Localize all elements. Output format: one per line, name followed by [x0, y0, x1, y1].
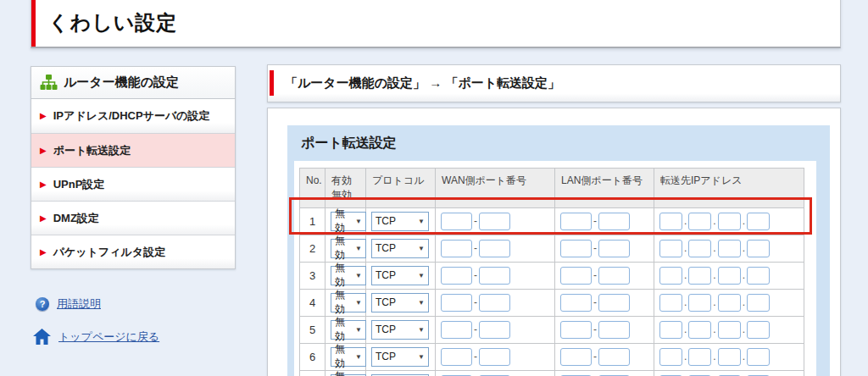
protocol-select[interactable]: TCP▼: [371, 266, 429, 285]
glossary-link[interactable]: ? 用語説明: [36, 296, 101, 312]
ip-octet-3-input[interactable]: [718, 348, 741, 366]
lan-port-end-input[interactable]: [598, 240, 630, 257]
ip-octet-1-input[interactable]: [659, 213, 682, 230]
ip-octet-3-input[interactable]: [718, 240, 741, 257]
ip-octet-3-input[interactable]: [718, 321, 741, 339]
lan-port-end-input[interactable]: [598, 321, 630, 339]
ip-octet-1-input[interactable]: [659, 348, 682, 366]
lan-port-start-input[interactable]: [560, 294, 592, 312]
sidebar-item-3[interactable]: ▶ DMZ設定: [31, 201, 235, 235]
ip-octet-2-input[interactable]: [688, 240, 711, 257]
enable-select[interactable]: 無効▼: [331, 212, 366, 231]
enable-select[interactable]: 無効▼: [331, 266, 366, 285]
ip-octet-3-input[interactable]: [718, 213, 741, 230]
table-row: 3 無効▼ TCP▼ - - ...: [300, 262, 804, 289]
enable-select[interactable]: 無効▼: [331, 320, 366, 340]
wan-port-end-input[interactable]: [479, 321, 510, 339]
ip-octet-4-input[interactable]: [747, 348, 770, 366]
main-content: ポート転送設定 No. 有効 無効 プロトコル WAN側ポート番号 LAN側ポー…: [267, 108, 841, 376]
ip-octet-4-input[interactable]: [747, 213, 770, 230]
lan-port-end-input[interactable]: [598, 213, 630, 230]
wan-port-start-input[interactable]: [441, 267, 472, 285]
table-header-row: No. 有効 無効 プロトコル WAN側ポート番号 LAN側ポート番号 転送先I…: [300, 169, 804, 208]
table-row: 1 無効▼ TCP▼ - - ...: [300, 207, 804, 235]
enable-select[interactable]: 無効▼: [331, 293, 366, 312]
lan-port-end-input[interactable]: [598, 348, 630, 366]
protocol-select[interactable]: TCP▼: [371, 212, 429, 231]
ip-octet-4-input[interactable]: [747, 267, 770, 285]
ip-octet-4-input[interactable]: [747, 294, 770, 312]
ip-octet-1-input[interactable]: [659, 267, 682, 285]
wan-port-start-input[interactable]: [441, 213, 472, 230]
lan-port-start-input[interactable]: [560, 321, 592, 339]
wan-port-start-input[interactable]: [441, 321, 472, 339]
row-number: 7: [300, 370, 326, 376]
header-enable: 有効 無効: [326, 169, 366, 208]
ip-octet-2-input[interactable]: [688, 213, 711, 230]
header-no: No.: [300, 169, 326, 208]
wan-port-end-input[interactable]: [479, 213, 510, 230]
ip-octet-2-input[interactable]: [688, 348, 711, 366]
chevron-down-icon: ▼: [352, 299, 362, 307]
sitemap-icon: [40, 75, 58, 91]
wan-port-end-input[interactable]: [479, 267, 510, 285]
back-to-top-link[interactable]: トップページに戻る: [33, 329, 159, 345]
header-lan-port: LAN側ポート番号: [555, 169, 654, 208]
table-row: 5 無効▼ TCP▼ - - ...: [300, 316, 804, 343]
sidebar-item-4[interactable]: ▶ パケットフィルタ設定: [31, 235, 235, 268]
ip-octet-3-input[interactable]: [718, 267, 741, 285]
chevron-down-icon: ▼: [352, 245, 362, 252]
wan-port-start-input[interactable]: [441, 240, 472, 257]
ip-octet-1-input[interactable]: [659, 294, 682, 312]
page-title: くわしい設定: [36, 8, 177, 36]
wan-port-end-input[interactable]: [479, 348, 510, 366]
header-wan-port: WAN側ポート番号: [436, 169, 555, 208]
triangle-right-icon: ▶: [40, 214, 47, 223]
ip-octet-4-input[interactable]: [747, 321, 770, 339]
row-number: 2: [300, 235, 326, 262]
chevron-down-icon: ▼: [415, 218, 425, 225]
row-number: 6: [300, 343, 326, 370]
row-number: 3: [300, 262, 326, 289]
table-container: No. 有効 無効 プロトコル WAN側ポート番号 LAN側ポート番号 転送先I…: [294, 161, 816, 376]
wan-port-start-input[interactable]: [441, 348, 472, 366]
wan-port-start-input[interactable]: [441, 294, 472, 312]
ip-octet-1-input[interactable]: [659, 321, 682, 339]
sidebar-item-0[interactable]: ▶ IPアドレス/DHCPサーバの設定: [31, 99, 235, 133]
help-icon: ?: [36, 297, 49, 311]
protocol-select[interactable]: TCP▼: [371, 320, 429, 340]
breadcrumb-text: 「ルーター機能の設定」 → 「ポート転送設定」: [274, 75, 560, 91]
table-row: 7 無効▼ TCP▼ - - ...: [300, 370, 804, 376]
lan-port-end-input[interactable]: [598, 294, 630, 312]
wan-port-end-input[interactable]: [479, 240, 510, 257]
protocol-select[interactable]: TCP▼: [371, 293, 429, 312]
table-row: 4 無効▼ TCP▼ - - ...: [300, 289, 804, 316]
enable-select[interactable]: 無効▼: [331, 347, 366, 367]
ip-octet-1-input[interactable]: [659, 240, 682, 257]
sidebar-item-1[interactable]: ▶ ポート転送設定: [31, 133, 235, 167]
protocol-select[interactable]: TCP▼: [371, 347, 429, 367]
lan-port-start-input[interactable]: [560, 213, 592, 230]
ip-octet-3-input[interactable]: [718, 294, 741, 312]
row-number: 1: [300, 207, 326, 235]
protocol-select[interactable]: TCP▼: [371, 239, 429, 258]
row-number: 4: [300, 289, 326, 316]
triangle-right-icon: ▶: [40, 248, 47, 257]
lan-port-start-input[interactable]: [560, 267, 592, 285]
ip-octet-2-input[interactable]: [688, 321, 711, 339]
lan-port-start-input[interactable]: [560, 240, 592, 257]
wan-port-end-input[interactable]: [479, 294, 510, 312]
ip-octet-4-input[interactable]: [747, 240, 770, 257]
chevron-down-icon: ▼: [352, 326, 362, 334]
lan-port-end-input[interactable]: [598, 267, 630, 285]
table-row: 2 無効▼ TCP▼ - - ...: [300, 235, 804, 262]
lan-port-start-input[interactable]: [560, 348, 592, 366]
sidebar-menu: ▶ IPアドレス/DHCPサーバの設定 ▶ ポート転送設定 ▶ UPnP設定 ▶…: [31, 99, 236, 269]
triangle-right-icon: ▶: [40, 180, 47, 189]
ip-octet-2-input[interactable]: [688, 294, 711, 312]
sidebar-item-2[interactable]: ▶ UPnP設定: [31, 167, 235, 201]
enable-select[interactable]: 無効▼: [331, 239, 366, 258]
row-number: 5: [300, 316, 326, 343]
ip-octet-2-input[interactable]: [688, 267, 711, 285]
chevron-down-icon: ▼: [352, 272, 362, 279]
